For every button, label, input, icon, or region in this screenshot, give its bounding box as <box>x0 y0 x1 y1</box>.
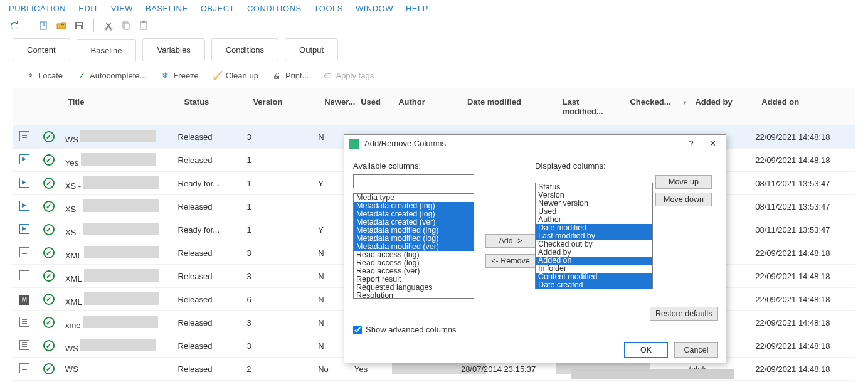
horizontal-scrollbar[interactable] <box>69 369 855 379</box>
row-status-icon <box>43 178 55 189</box>
col-used[interactable]: Used <box>354 88 392 125</box>
cell-addedon: 22/09/2021 14:48:18 <box>755 341 855 351</box>
menu-tools[interactable]: TOOLS <box>314 4 343 13</box>
cell-version: 3 <box>246 132 318 142</box>
cell-addedon: 22/09/2021 14:48:18 <box>755 272 855 281</box>
ok-button[interactable]: OK <box>624 342 668 358</box>
cleanup-button[interactable]: 🧹Clean up <box>213 70 258 80</box>
row-status-icon <box>43 154 55 166</box>
cancel-button[interactable]: Cancel <box>674 342 718 358</box>
menu-publication[interactable]: PUBLICATION <box>9 4 66 13</box>
row-status-icon <box>43 317 55 328</box>
dialog-logo-icon <box>349 139 359 149</box>
tab-content[interactable]: Content <box>13 38 70 61</box>
list-item[interactable]: Date created <box>536 281 652 289</box>
row-type-icon <box>19 317 29 327</box>
col-author[interactable]: Author <box>392 88 461 125</box>
move-down-button[interactable]: Move down <box>655 193 712 206</box>
cell-addedon: 22/09/2021 14:48:18 <box>755 132 855 142</box>
svg-rect-9 <box>142 21 145 23</box>
cell-status: Ready for... <box>178 179 247 188</box>
locate-button[interactable]: ⌖Locate <box>25 70 63 80</box>
dialog-help-button[interactable]: ? <box>683 139 699 148</box>
svg-rect-7 <box>124 23 129 29</box>
cell-status: Released <box>178 202 247 211</box>
row-type-icon <box>19 295 29 305</box>
show-advanced-label: Show advanced columns <box>366 325 457 334</box>
paste-icon[interactable] <box>138 20 149 31</box>
tab-output[interactable]: Output <box>285 38 338 61</box>
menu-baseline[interactable]: BASELINE <box>146 4 188 13</box>
list-item[interactable]: Resolution <box>354 292 474 299</box>
cell-version: 1 <box>246 225 318 235</box>
row-type-icon <box>19 154 29 164</box>
dialog-title: Add/Remove Columns <box>364 139 446 148</box>
copy-icon[interactable] <box>120 20 132 31</box>
menu-conditions[interactable]: CONDITIONS <box>247 4 302 13</box>
refresh-icon[interactable] <box>9 20 20 31</box>
displayed-columns-list[interactable]: StatusVersionNewer versionUsedAuthorDate… <box>535 183 653 289</box>
export-folder-icon[interactable] <box>56 20 67 31</box>
cut-icon[interactable] <box>103 20 114 31</box>
row-status-icon <box>43 270 55 282</box>
col-status[interactable]: Status <box>178 88 247 125</box>
col-datemod[interactable]: Date modified <box>461 88 556 125</box>
menu-view[interactable]: VIEW <box>111 4 133 13</box>
show-advanced-input[interactable] <box>353 326 362 334</box>
displayed-columns-label: Displayed columns: <box>535 161 654 171</box>
available-columns-search[interactable] <box>353 174 474 188</box>
cell-addedon: 22/09/2021 14:48:18 <box>755 248 855 258</box>
cell-version: 3 <box>246 318 318 327</box>
import-icon[interactable] <box>38 20 50 31</box>
available-columns-label: Available columns: <box>353 161 480 171</box>
svg-rect-2 <box>77 23 82 25</box>
col-addedby[interactable]: Added by <box>689 88 755 125</box>
menu-window[interactable]: WINDOW <box>356 4 393 13</box>
row-type-icon <box>19 247 29 257</box>
row-status-icon <box>43 247 55 258</box>
cell-title: XML <box>61 246 178 260</box>
cell-title: XML <box>61 269 178 284</box>
cell-version: 3 <box>246 248 318 258</box>
cell-title: XML <box>61 292 178 307</box>
cell-title: XS - <box>61 199 178 214</box>
show-advanced-checkbox[interactable]: Show advanced columns <box>353 325 457 334</box>
row-type-icon <box>19 270 29 280</box>
row-status-icon <box>43 340 55 351</box>
remove-button[interactable]: <- Remove <box>485 254 536 268</box>
restore-defaults-button[interactable]: Restore defaults <box>650 307 718 321</box>
col-title[interactable]: Title <box>61 88 178 125</box>
tab-baseline[interactable]: Baseline <box>77 39 137 62</box>
dialog-close-button[interactable]: ✕ <box>704 139 721 148</box>
cell-status: Released <box>178 156 247 165</box>
col-checked[interactable]: Checked... <box>623 88 689 125</box>
cell-title: Yes <box>61 153 178 167</box>
row-status-icon <box>43 131 55 142</box>
autocomplete-button[interactable]: ✓Autocomplete... <box>77 70 146 80</box>
tab-strip: Content Baseline Variables Conditions Ou… <box>0 38 868 61</box>
row-type-icon <box>19 224 29 234</box>
move-up-button[interactable]: Move up <box>655 175 712 189</box>
add-button[interactable]: Add -> <box>485 234 536 248</box>
svg-rect-3 <box>77 26 81 29</box>
menu-bar: PUBLICATION EDIT VIEW BASELINE OBJECT CO… <box>0 0 868 17</box>
cell-version: 3 <box>246 272 318 281</box>
col-addedon[interactable]: Added on <box>755 88 855 125</box>
row-status-icon <box>43 363 55 374</box>
freeze-button[interactable]: ❄Freeze <box>160 70 198 80</box>
tab-conditions[interactable]: Conditions <box>211 38 278 61</box>
menu-edit[interactable]: EDIT <box>78 4 98 13</box>
tab-variables[interactable]: Variables <box>142 38 204 61</box>
col-lastmod[interactable]: Last modified... <box>556 88 624 125</box>
menu-object[interactable]: OBJECT <box>201 4 235 13</box>
menu-help[interactable]: HELP <box>406 4 428 13</box>
apply-tags-button[interactable]: 🏷Apply tags <box>322 70 374 80</box>
cell-status: Released <box>178 248 247 258</box>
col-newer[interactable]: Newer... <box>318 88 354 125</box>
save-icon[interactable] <box>73 20 85 31</box>
cell-status: Released <box>178 132 247 142</box>
col-version[interactable]: Version <box>246 88 318 125</box>
print-button[interactable]: 🖨Print... <box>272 70 309 80</box>
row-type-icon <box>19 131 29 141</box>
available-columns-list[interactable]: Media typeMetadata created (lng)Metadata… <box>353 193 474 299</box>
